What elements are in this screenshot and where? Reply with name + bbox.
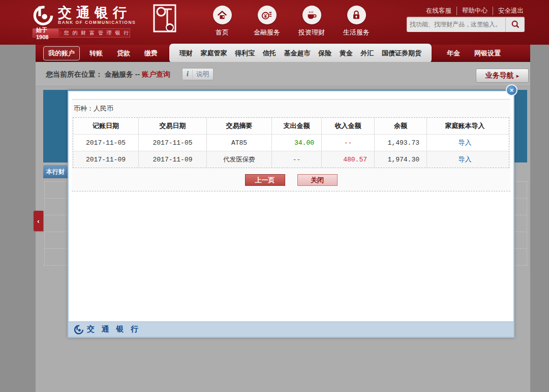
cell-income: 480.57 <box>321 151 374 168</box>
modal-footer: 交 通 银 行 <box>69 321 513 337</box>
nav-tab-my-account[interactable]: 我的账户 <box>43 46 80 60</box>
bank-tagline: 始于1908 您 的 财 富 管 理 银 行 <box>33 28 130 38</box>
info-icon: i <box>187 70 193 78</box>
collapse-panel-handle[interactable]: ‹ <box>34 211 43 231</box>
breadcrumb-bar: 您当前所在位置： 金融服务 -- 账户查询 i 说明 业务导航 ▸ <box>36 62 530 86</box>
nav-tab-transfer[interactable]: 转账 <box>85 47 107 60</box>
quicknav-home[interactable]: 首页 <box>200 6 245 37</box>
cell-import: 导入 <box>426 135 503 151</box>
breadcrumb-prefix: 您当前所在位置： <box>46 70 103 78</box>
lock-icon <box>347 6 366 24</box>
import-link[interactable]: 导入 <box>459 155 472 164</box>
business-nav-label: 业务导航 <box>485 71 514 80</box>
content-area: 您当前所在位置： 金融服务 -- 账户查询 i 说明 业务导航 ▸ 本行财 ‹ … <box>36 62 530 392</box>
quicknav-invest-label: 投资理财 <box>298 28 325 37</box>
online-service-link[interactable]: 在线客服 <box>421 7 456 15</box>
quicknav-invest[interactable]: 投资理财 <box>289 6 334 37</box>
transaction-detail-modal: × 币种：人民币 记账日期 交易日期 交易摘要 支出金额 收入金额 余额 家庭账… <box>68 90 514 338</box>
breadcrumb: 您当前所在位置： 金融服务 -- 账户查询 <box>46 70 170 79</box>
nav-tab-delibao[interactable]: 得利宝 <box>235 49 255 58</box>
quicknav-life-label: 生活服务 <box>343 28 370 37</box>
tagline-arrow <box>58 29 62 37</box>
transaction-table: 记账日期 交易日期 交易摘要 支出金额 收入金额 余额 家庭账本导入 2017-… <box>73 117 509 168</box>
col-header-balance: 余额 <box>374 118 426 134</box>
quicknav-home-label: 首页 <box>216 28 229 37</box>
nav-tab-annuity[interactable]: 年金 <box>442 47 465 60</box>
col-header-expense: 支出金额 <box>271 118 321 134</box>
info-button[interactable]: i 说明 <box>182 68 214 80</box>
col-header-income: 收入金额 <box>321 118 374 134</box>
nav-tab-family[interactable]: 家庭管家 <box>200 49 227 58</box>
cell-post-date: 2017-11-09 <box>73 151 138 168</box>
help-center-link[interactable]: 帮助中心 <box>456 7 493 15</box>
nav-tab-forex[interactable]: 外汇 <box>360 49 374 58</box>
cell-trans-date: 2017-11-05 <box>138 135 206 151</box>
nav-tab-payment[interactable]: 缴费 <box>140 47 162 60</box>
main-nav: 我的账户 转账 贷款 缴费 信用卡 理财 家庭管家 得利宝 信托 基金超市 保险… <box>36 45 530 62</box>
transaction-panel: 币种：人民币 记账日期 交易日期 交易摘要 支出金额 收入金额 余额 家庭账本导… <box>72 99 510 191</box>
cell-balance: 1,974.30 <box>374 151 426 168</box>
import-link[interactable]: 导入 <box>459 138 472 147</box>
nav-right-group: 年金 网银设置 <box>440 47 508 60</box>
tagline-year: 始于1908 <box>33 29 58 37</box>
cell-post-date: 2017-11-05 <box>73 135 138 151</box>
modal-button-row: 上一页 关闭 <box>73 174 509 186</box>
cell-import: 导入 <box>426 151 503 168</box>
search-button[interactable] <box>505 17 525 32</box>
chevron-right-icon: ▸ <box>516 73 520 79</box>
bank-logo: 交通银行 BANK OF COMMUNICATIONS 始于1908 您 的 财… <box>33 5 136 38</box>
cell-income: -- <box>321 135 374 151</box>
search-icon <box>511 20 520 29</box>
nav-tab-bonds[interactable]: 国债证券期货 <box>382 49 421 58</box>
nav-tab-funds[interactable]: 基金超市 <box>284 49 310 58</box>
info-button-label: 说明 <box>193 70 209 79</box>
cell-expense: -- <box>271 151 321 168</box>
table-header-row: 记账日期 交易日期 交易摘要 支出金额 收入金额 余额 家庭账本导入 <box>73 118 509 134</box>
modal-top-strip <box>69 91 513 99</box>
quicknav-life[interactable]: 生活服务 <box>334 6 379 37</box>
sidebar-tab-family-ledger[interactable]: 本行财 <box>43 165 68 178</box>
quicknav-finance-label: 金融服务 <box>254 28 280 37</box>
breadcrumb-current: 账户查询 <box>142 70 170 78</box>
nav-tab-loan[interactable]: 贷款 <box>112 47 135 60</box>
table-row: 2017-11-09 2017-11-09 代发医保费 -- 480.57 1,… <box>73 151 509 168</box>
prev-page-button[interactable]: 上一页 <box>245 174 285 186</box>
quick-nav: 首页 金融服务 投资理财 生活服务 <box>200 6 379 37</box>
col-header-summary: 交易摘要 <box>206 118 271 134</box>
nav-tab-gold[interactable]: 黄金 <box>340 49 353 58</box>
bank-name-cn: 交通银行 <box>58 6 136 20</box>
table-row: 2017-11-05 2017-11-05 AT85 34.00 -- 1,49… <box>73 134 509 151</box>
close-button[interactable]: 关闭 <box>297 174 338 186</box>
nav-mid-group: 理财 家庭管家 得利宝 信托 基金超市 保险 黄金 外汇 国债证券期货 <box>169 44 432 63</box>
breadcrumb-section: 金融服务 <box>105 70 133 78</box>
nav-tab-insurance[interactable]: 保险 <box>318 49 331 58</box>
cell-balance: 1,493.73 <box>374 135 426 151</box>
business-nav-button[interactable]: 业务导航 ▸ <box>476 69 529 83</box>
nav-tab-ebank-settings[interactable]: 网银设置 <box>470 47 505 60</box>
home-icon <box>213 6 232 24</box>
nav-tab-wealth[interactable]: 理财 <box>179 49 193 58</box>
search-input[interactable] <box>407 21 505 28</box>
top-header: 交通银行 BANK OF COMMUNICATIONS 始于1908 您 的 财… <box>0 0 549 45</box>
nav-tab-trust[interactable]: 信托 <box>263 49 276 58</box>
top-utility-links: 在线客服 帮助中心 安全退出 <box>421 7 529 15</box>
quicknav-finance[interactable]: 金融服务 <box>245 6 289 37</box>
coins-icon <box>258 6 277 24</box>
boc-footer-logo-icon <box>74 324 84 335</box>
footer-bank-name: 交 通 银 行 <box>87 324 141 334</box>
modal-close-button[interactable]: × <box>506 84 517 96</box>
chevron-left-icon: ‹ <box>37 217 39 225</box>
tagline-text: 您 的 财 富 管 理 银 行 <box>64 29 130 37</box>
cell-trans-date: 2017-11-09 <box>138 151 206 168</box>
close-icon: × <box>510 87 514 93</box>
currency-label: 币种：人民币 <box>73 100 509 117</box>
logout-link[interactable]: 安全退出 <box>493 7 529 15</box>
cell-expense: 34.00 <box>271 135 321 151</box>
cell-summary: AT85 <box>206 135 271 151</box>
modal-empty-area <box>69 191 513 321</box>
oto-brand-icon <box>153 4 176 36</box>
bank-name-en: BANK OF COMMUNICATIONS <box>58 20 136 25</box>
boc-logo-icon <box>33 5 54 26</box>
breadcrumb-separator: -- <box>135 70 140 78</box>
cup-icon <box>302 6 321 24</box>
